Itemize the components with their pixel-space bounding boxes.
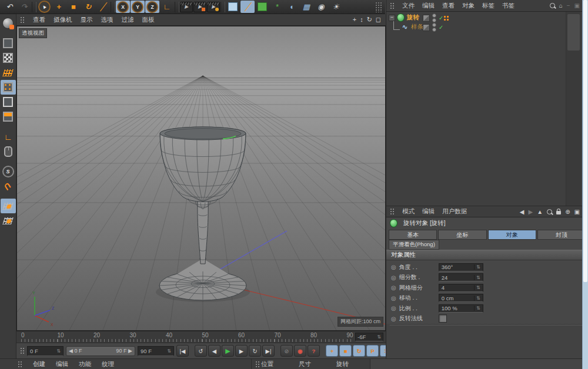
rotation-key-toggle[interactable]: ↻ (353, 345, 365, 357)
make-editable-button[interactable] (1, 16, 16, 31)
move-tool[interactable]: + (52, 1, 66, 13)
keyframe-record-button[interactable]: ◉ (294, 345, 306, 357)
object-name-label[interactable]: 样条 (411, 23, 423, 31)
scale-tool[interactable]: ■ (66, 1, 81, 13)
popup-window-icon[interactable]: ▣ (574, 2, 580, 9)
separator[interactable] (220, 2, 225, 12)
separator[interactable] (111, 2, 115, 12)
mode-menu[interactable]: 模式 (402, 207, 415, 216)
spacer[interactable] (1, 193, 16, 199)
live-selection-tool[interactable]: ▲ (37, 1, 51, 13)
y-axis-lock[interactable]: Y (131, 1, 145, 13)
spacer[interactable] (1, 159, 16, 164)
cameras-menu[interactable]: 摄像机 (54, 16, 72, 24)
edit-menu[interactable]: 编辑 (422, 2, 435, 10)
light-menu[interactable]: ☀ (329, 1, 343, 13)
layer-chip-icon[interactable] (423, 15, 430, 22)
minimize-icon[interactable]: − (567, 2, 570, 9)
display-menu[interactable]: 显示 (81, 16, 93, 24)
filter-menu[interactable]: 过滤 (122, 16, 134, 24)
object-row-lathe[interactable]: − 旋转 ✓ (386, 13, 588, 22)
timeline-range-slider[interactable]: ◀ 0 F 90 F ▶ (66, 346, 135, 356)
file-menu[interactable]: 文件 (402, 2, 415, 10)
editor-visibility-dot[interactable] (432, 23, 436, 27)
lock-workplane-button[interactable] (1, 199, 16, 213)
goto-end-button[interactable]: ▶| (262, 345, 275, 357)
rotate-tool[interactable]: ↻ (81, 1, 95, 13)
record-button[interactable]: ⊘ (280, 345, 293, 357)
lock-icon[interactable] (556, 211, 561, 214)
expand-toggle-icon[interactable]: − (389, 15, 395, 21)
checkbox[interactable] (439, 314, 447, 323)
object-row-spline[interactable]: ∿ 样条 ✓ (386, 22, 588, 32)
value-field[interactable]: 100 % ⇅ (439, 304, 483, 313)
object-manager-scrollbar[interactable] (566, 12, 581, 206)
quantize-button[interactable] (1, 213, 16, 228)
render-to-picture-viewer-button[interactable]: ▶ (193, 2, 206, 12)
stepper-icon[interactable]: ⇅ (474, 275, 480, 280)
panel-handle-icon[interactable] (390, 2, 395, 9)
layer-chip-icon[interactable] (423, 24, 430, 31)
workplane-mode-button[interactable] (1, 65, 16, 80)
parameter-key-toggle[interactable]: P (366, 345, 379, 357)
animation-dot-icon[interactable]: ◎ (391, 316, 396, 322)
polygon-mode-button[interactable] (1, 109, 16, 124)
autokey-button[interactable]: ? (308, 345, 320, 357)
position-key-toggle[interactable]: + (326, 345, 338, 357)
forward-icon[interactable]: ▶ (529, 209, 533, 215)
panel-handle-icon[interactable] (18, 361, 22, 368)
play-backward-button[interactable]: ↺ (195, 345, 207, 357)
function-menu[interactable]: 功能 (79, 360, 91, 368)
tab-object[interactable]: 对象 (488, 230, 536, 240)
cloner-menu[interactable]: * (270, 1, 284, 13)
texture-menu[interactable]: 纹理 (102, 360, 114, 368)
stepper-icon[interactable]: ⇅ (377, 334, 381, 340)
value-field[interactable]: 4 ⇅ (439, 284, 483, 292)
end-frame-field[interactable]: 90 F⇅ (138, 346, 174, 356)
panel-handle-icon[interactable] (390, 208, 395, 215)
stepper-icon[interactable]: ⇅ (474, 296, 480, 301)
play-button[interactable]: ▶ (222, 345, 234, 357)
previous-frame-button[interactable]: ◀ (208, 345, 220, 357)
spline-pen-menu[interactable]: ╱ (240, 1, 255, 13)
create-menu[interactable]: 创建 (33, 360, 45, 368)
user-data-menu[interactable]: 用户数据 (442, 207, 467, 216)
texture-mode-button[interactable] (1, 51, 16, 65)
panel-handle-icon[interactable] (20, 16, 25, 24)
animation-dot-icon[interactable]: ◎ (391, 295, 396, 301)
pan-view-icon[interactable]: + (353, 16, 356, 24)
undo-icon[interactable]: ↶ (2, 1, 16, 13)
stepper-icon[interactable]: ⇅ (474, 285, 480, 290)
primitive-cube-menu[interactable] (226, 1, 240, 13)
parent-icon[interactable]: ▲ (537, 209, 543, 215)
home-icon[interactable]: ⌂ (559, 2, 563, 9)
tab-basic[interactable]: 基本 (389, 230, 437, 240)
tab-caps[interactable]: 封顶 (537, 230, 586, 240)
coordinate-system-toggle[interactable]: ∟ (160, 1, 174, 13)
value-field[interactable]: 0 cm ⇅ (439, 294, 483, 302)
viewport-3d[interactable]: Y X Z 透视视图 网格间距:100 cm (16, 26, 386, 331)
animation-dot-icon[interactable]: ◎ (391, 305, 396, 311)
spacer[interactable] (1, 31, 16, 36)
points-mode-button[interactable] (1, 80, 16, 95)
stepper-icon[interactable]: ⇅ (56, 348, 61, 354)
edge-mode-button[interactable] (1, 95, 16, 109)
sketch-tool[interactable]: ╱ (96, 1, 110, 13)
back-icon[interactable]: ◀ (520, 209, 524, 215)
start-frame-field[interactable]: 0 F⇅ (27, 346, 64, 356)
panel-handle-icon[interactable] (255, 361, 260, 368)
separator[interactable] (175, 2, 179, 12)
bookmarks-menu[interactable]: 书签 (502, 2, 514, 10)
value-field[interactable]: 360° ⇅ (439, 263, 483, 271)
scale-key-toggle[interactable]: ■ (339, 345, 352, 357)
edit-menu[interactable]: 编辑 (56, 360, 68, 368)
object-properties-header[interactable]: 对象属性 (386, 250, 588, 260)
stepper-icon[interactable]: ⇅ (474, 264, 480, 270)
enable-check-icon[interactable]: ✓ (439, 24, 443, 31)
animation-dot-icon[interactable]: ◎ (391, 274, 396, 281)
timeline-ruler[interactable]: 0102030405060708090 -6F⇅ (16, 331, 386, 343)
tags-menu[interactable]: 标签 (482, 2, 495, 10)
value-field[interactable]: 24 ⇅ (439, 273, 483, 281)
edit-menu[interactable]: 编辑 (422, 207, 435, 216)
range-right-arrow-icon[interactable]: ▶ (128, 348, 132, 354)
